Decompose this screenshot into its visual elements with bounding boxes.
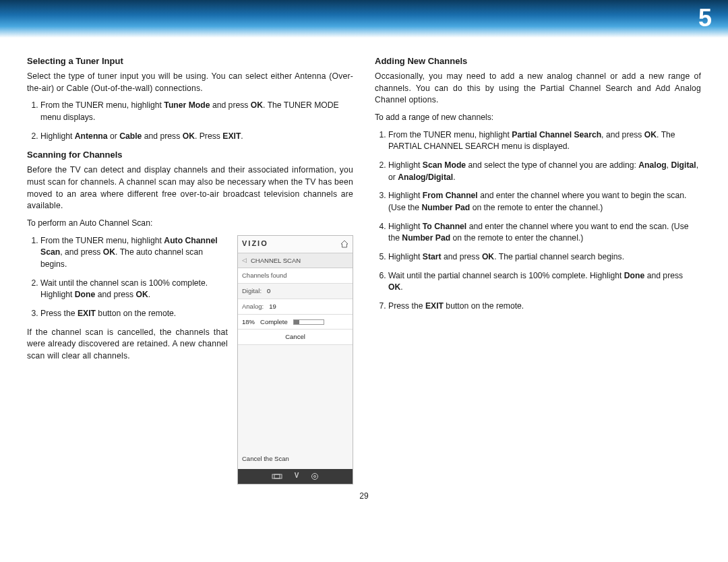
panel-titlebar: VIZIO	[238, 236, 353, 253]
heading-scanning: Scanning for Channels	[27, 149, 353, 162]
left-column: Selecting a Tuner Input Select the type …	[27, 51, 353, 485]
step: Wait until the partial channel search is…	[388, 270, 701, 294]
step: Wait until the channel scan is 100% comp…	[40, 278, 228, 301]
progress-label: Complete	[260, 317, 288, 327]
wide-icon	[272, 473, 282, 480]
step: From the TUNER menu, highlight Partial C…	[388, 129, 701, 153]
chapter-number: 5	[698, 4, 712, 32]
para-adding-lead: To add a range of new channels:	[375, 112, 701, 124]
v-icon: V	[295, 471, 299, 481]
row-analog: Analog: 19	[238, 299, 353, 315]
step: Press the EXIT button on the remote.	[388, 301, 701, 313]
row-digital: Digital: 0	[238, 284, 353, 299]
step: Highlight Antenna or Cable and press OK.…	[40, 131, 353, 143]
cancel-button[interactable]: Cancel	[238, 330, 353, 345]
para-adding-intro: Occasionally, you may need to add a new …	[375, 71, 701, 106]
home-icon	[340, 240, 348, 248]
back-icon: ◁	[242, 256, 247, 265]
page-body: Selecting a Tuner Input Select the type …	[0, 38, 728, 485]
para-scan-intro: Before the TV can detect and display cha…	[27, 164, 353, 212]
progress-bar	[293, 319, 324, 325]
svg-rect-1	[274, 474, 280, 478]
heading-adding: Adding New Channels	[375, 55, 701, 68]
scan-steps-text: From the TUNER menu, highlight Auto Chan…	[27, 235, 228, 485]
panel-filler	[238, 345, 353, 449]
step: Highlight Start and press OK. The partia…	[388, 251, 701, 263]
row-progress: 18% Complete	[238, 315, 353, 330]
panel-hint: Cancel the Scan	[238, 449, 353, 469]
brand-label: VIZIO	[242, 239, 268, 249]
heading-tuner-input: Selecting a Tuner Input	[27, 55, 353, 68]
steps-auto-scan: From the TUNER menu, highlight Auto Chan…	[27, 235, 228, 320]
progress-pct: 18%	[242, 317, 255, 327]
svg-point-3	[314, 475, 316, 477]
step: From the TUNER menu, highlight Tuner Mod…	[40, 100, 353, 123]
svg-point-2	[312, 473, 318, 479]
para-scan-cancel: If the channel scan is cancelled, the ch…	[27, 327, 228, 363]
step: From the TUNER menu, highlight Auto Chan…	[40, 235, 228, 271]
svg-rect-0	[272, 474, 282, 478]
panel-section: ◁ CHANNEL SCAN	[238, 253, 353, 269]
row-channels-found: Channels found	[238, 268, 353, 284]
right-column: Adding New Channels Occasionally, you ma…	[375, 51, 701, 485]
step: Press the EXIT button on the remote.	[40, 308, 228, 320]
scan-steps-and-panel: From the TUNER menu, highlight Auto Chan…	[27, 235, 353, 485]
step: Highlight To Channel and enter the chann…	[388, 221, 701, 245]
steps-adding: From the TUNER menu, highlight Partial C…	[375, 129, 701, 313]
step: Highlight Scan Mode and select the type …	[388, 160, 701, 183]
step: Highlight From Channel and enter the cha…	[388, 190, 701, 214]
panel-bottombar: V	[238, 469, 353, 484]
chapter-banner: 5	[0, 0, 728, 38]
steps-tuner-input: From the TUNER menu, highlight Tuner Mod…	[27, 100, 353, 142]
section-label: CHANNEL SCAN	[251, 256, 301, 266]
gear-icon	[311, 472, 319, 480]
vizio-panel: VIZIO ◁ CHANNEL SCAN Channels found Digi…	[237, 235, 353, 485]
page-number: 29	[0, 485, 728, 501]
para-scan-lead: To perform an Auto Channel Scan:	[27, 218, 353, 230]
para-tuner-intro: Select the type of tuner input you will …	[27, 71, 353, 94]
